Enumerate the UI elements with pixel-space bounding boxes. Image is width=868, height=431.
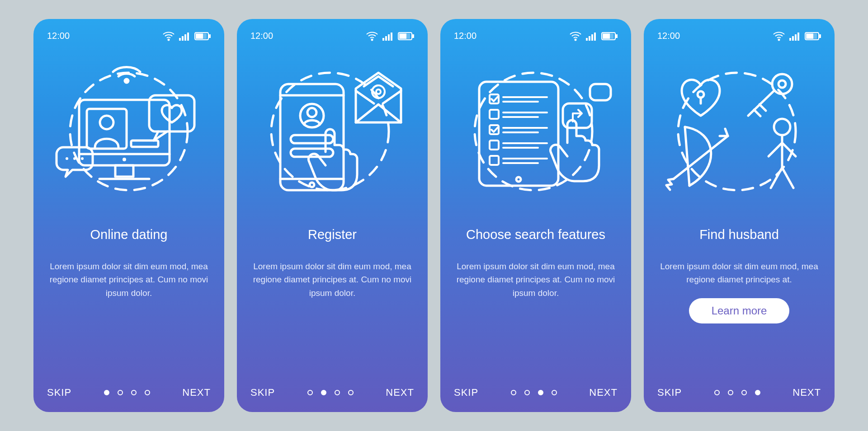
next-button[interactable]: NEXT bbox=[793, 387, 821, 398]
skip-button[interactable]: SKIP bbox=[454, 387, 478, 398]
svg-rect-42 bbox=[291, 149, 333, 157]
illustration-find-husband bbox=[657, 55, 821, 204]
svg-rect-70 bbox=[490, 156, 499, 165]
next-button[interactable]: NEXT bbox=[182, 387, 211, 398]
onboarding-screen-3: 12:00 bbox=[440, 19, 631, 412]
svg-rect-84 bbox=[814, 34, 816, 38]
svg-rect-51 bbox=[616, 35, 617, 37]
svg-point-40 bbox=[307, 108, 316, 117]
dot-4[interactable] bbox=[552, 390, 557, 395]
svg-rect-27 bbox=[388, 34, 390, 41]
dot-2[interactable] bbox=[728, 390, 733, 395]
status-bar: 12:00 bbox=[250, 31, 414, 41]
status-bar: 12:00 bbox=[657, 31, 821, 41]
svg-point-22 bbox=[73, 157, 76, 160]
svg-line-92 bbox=[760, 104, 766, 111]
svg-point-34 bbox=[271, 73, 389, 190]
dot-4[interactable] bbox=[348, 390, 354, 395]
svg-point-89 bbox=[778, 80, 786, 88]
dot-4[interactable] bbox=[755, 390, 760, 395]
learn-more-button[interactable]: Learn more bbox=[689, 298, 790, 323]
screen-description: Lorem ipsum dolor sit dim eum mod, mea r… bbox=[47, 260, 211, 300]
dot-3[interactable] bbox=[131, 390, 137, 395]
wifi-icon bbox=[163, 32, 175, 41]
dot-3[interactable] bbox=[741, 390, 747, 395]
onboarding-footer: SKIP NEXT bbox=[454, 387, 618, 398]
svg-point-44 bbox=[376, 89, 381, 94]
svg-rect-81 bbox=[819, 35, 821, 37]
dot-1[interactable] bbox=[307, 390, 313, 395]
dot-3[interactable] bbox=[335, 390, 340, 395]
status-bar: 12:00 bbox=[454, 31, 618, 41]
battery-icon bbox=[805, 32, 821, 41]
battery-icon bbox=[194, 32, 211, 41]
svg-point-18 bbox=[100, 116, 113, 129]
screen-title: Choose search features bbox=[454, 218, 618, 251]
status-bar: 12:00 bbox=[47, 31, 211, 41]
svg-point-85 bbox=[678, 73, 796, 190]
svg-point-88 bbox=[772, 74, 792, 94]
skip-button[interactable]: SKIP bbox=[250, 387, 275, 398]
svg-rect-4 bbox=[187, 33, 189, 41]
onboarding-screen-2: 12:00 bbox=[237, 19, 428, 412]
status-icons bbox=[773, 32, 821, 41]
illustration-search-features bbox=[454, 55, 618, 204]
svg-rect-31 bbox=[400, 34, 402, 38]
wifi-icon bbox=[366, 32, 378, 41]
svg-point-95 bbox=[774, 119, 790, 135]
status-icons bbox=[366, 32, 414, 41]
svg-point-57 bbox=[516, 177, 521, 182]
svg-point-75 bbox=[778, 39, 780, 40]
dot-2[interactable] bbox=[118, 390, 123, 395]
svg-rect-54 bbox=[610, 34, 613, 38]
status-icons bbox=[570, 32, 618, 41]
dot-1[interactable] bbox=[104, 390, 109, 395]
dot-1[interactable] bbox=[511, 390, 516, 395]
dot-2[interactable] bbox=[321, 390, 326, 395]
svg-rect-9 bbox=[203, 34, 206, 38]
status-time: 12:00 bbox=[250, 31, 273, 41]
svg-rect-32 bbox=[403, 34, 406, 38]
svg-rect-6 bbox=[209, 35, 210, 37]
skip-button[interactable]: SKIP bbox=[657, 387, 682, 398]
svg-rect-78 bbox=[795, 34, 797, 41]
svg-rect-28 bbox=[391, 33, 392, 41]
svg-point-16 bbox=[123, 158, 126, 161]
onboarding-footer: SKIP NEXT bbox=[657, 387, 821, 398]
svg-rect-7 bbox=[196, 34, 199, 38]
illustration-register bbox=[250, 55, 414, 204]
svg-rect-49 bbox=[594, 33, 596, 41]
dot-2[interactable] bbox=[524, 390, 530, 395]
screen-title: Find husband bbox=[657, 218, 821, 251]
dot-4[interactable] bbox=[145, 390, 150, 395]
svg-rect-47 bbox=[589, 36, 590, 41]
page-indicator bbox=[307, 390, 354, 395]
battery-icon bbox=[398, 32, 414, 41]
skip-button[interactable]: SKIP bbox=[47, 387, 71, 398]
onboarding-screen-1: 12:00 bbox=[33, 19, 224, 412]
dot-3[interactable] bbox=[538, 390, 543, 395]
dot-1[interactable] bbox=[714, 390, 720, 395]
svg-rect-83 bbox=[810, 34, 813, 38]
next-button[interactable]: NEXT bbox=[589, 387, 618, 398]
status-time: 12:00 bbox=[454, 31, 476, 41]
svg-rect-30 bbox=[412, 35, 414, 37]
svg-rect-52 bbox=[603, 34, 606, 38]
svg-line-94 bbox=[674, 136, 728, 179]
signal-icon bbox=[179, 32, 190, 41]
page-indicator bbox=[511, 390, 557, 395]
svg-rect-53 bbox=[607, 34, 609, 38]
svg-rect-41 bbox=[291, 135, 333, 143]
svg-rect-79 bbox=[797, 33, 799, 41]
status-time: 12:00 bbox=[657, 31, 680, 41]
svg-rect-48 bbox=[591, 34, 593, 41]
svg-rect-1 bbox=[179, 38, 181, 41]
status-icons bbox=[163, 32, 211, 41]
screen-description: Lorem ipsum dolor sit dim eum mod, mea r… bbox=[454, 260, 618, 300]
screen-description: Lorem ipsum dolor sit dim eum mod, mea r… bbox=[250, 260, 414, 300]
svg-rect-33 bbox=[407, 34, 410, 38]
onboarding-screen-4: 12:00 bbox=[644, 19, 835, 412]
svg-rect-26 bbox=[385, 36, 387, 41]
next-button[interactable]: NEXT bbox=[386, 387, 414, 398]
svg-rect-46 bbox=[586, 38, 588, 41]
